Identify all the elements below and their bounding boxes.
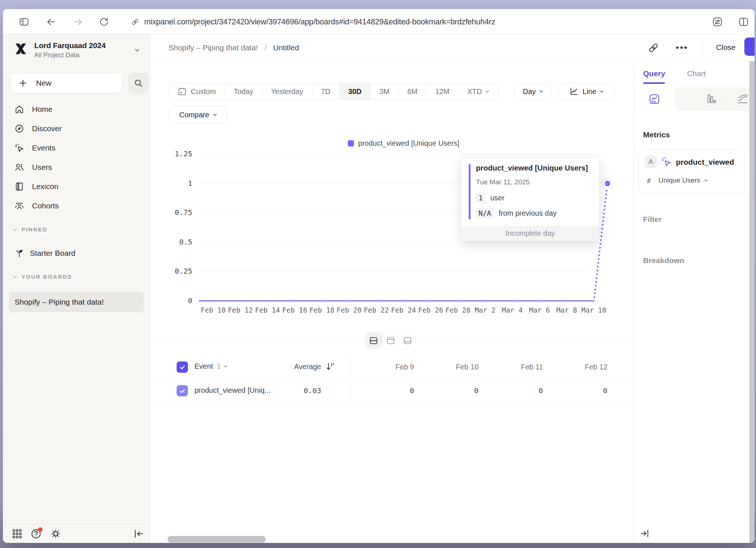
breadcrumb-current[interactable]: Untitled — [273, 43, 299, 52]
browser-window: mixpanel.com/project/3472420/view/397469… — [3, 9, 755, 543]
sidebar-item-label: Users — [32, 163, 52, 172]
sidebar-item-board-shopify[interactable]: Shopify – Piping that data! — [9, 292, 144, 312]
sort-icon[interactable] — [326, 362, 335, 371]
sidebar-item-lexicon[interactable]: Lexicon — [3, 177, 150, 196]
flows-icon[interactable] — [737, 93, 748, 104]
x-axis-tick — [485, 301, 485, 304]
range-yesterday[interactable]: Yesterday — [262, 83, 312, 99]
compare-dropdown[interactable]: Compare — [169, 106, 227, 123]
breakdown-section-label: Breakdown — [643, 256, 684, 265]
breadcrumb-board[interactable]: Shopify – Piping that data! — [169, 43, 258, 52]
date-column-header[interactable]: Feb 9 — [350, 355, 414, 379]
legend-label: product_viewed [Unique Users] — [358, 139, 460, 148]
x-axis-tick — [240, 301, 241, 304]
chart-type-dropdown[interactable]: Line — [558, 83, 615, 100]
range-custom[interactable]: Custom — [169, 83, 225, 99]
range-6m[interactable]: 6M — [398, 83, 426, 99]
viz-insights-tab[interactable] — [634, 87, 675, 110]
funnels-bar-icon[interactable] — [706, 93, 717, 104]
event-count: 1 — [217, 362, 221, 371]
tab-query[interactable]: Query — [643, 69, 665, 78]
sidebar-item-users[interactable]: Users — [3, 157, 150, 177]
range-xtd[interactable]: XTD — [458, 83, 497, 99]
y-axis-label: 0.75 — [161, 208, 192, 217]
search-icon — [134, 78, 143, 88]
range-today[interactable]: Today — [225, 83, 262, 99]
sidebar-item-events[interactable]: Events — [3, 138, 150, 157]
panel-scrollbar-gutter[interactable] — [749, 61, 755, 543]
metric-aggregation-dropdown[interactable]: Unique Users — [658, 176, 707, 184]
chevron-down-icon — [224, 364, 228, 368]
back-icon[interactable] — [46, 17, 56, 27]
tooltip-unit: user — [490, 194, 504, 202]
copy-link-icon[interactable] — [647, 42, 659, 54]
date-column-values: 0000 — [350, 379, 607, 403]
sidebar-item-cohorts[interactable]: Cohorts — [3, 196, 150, 215]
row-checkbox[interactable] — [177, 385, 188, 396]
range-12m[interactable]: 12M — [426, 83, 458, 99]
metric-letter-badge: A — [645, 156, 657, 168]
split-view-icon[interactable] — [739, 17, 749, 27]
calendar-icon — [178, 87, 186, 96]
range-30d[interactable]: 30D — [339, 83, 370, 99]
sidebar-item-starter-board[interactable]: Starter Board — [9, 243, 144, 263]
pinned-section-header[interactable]: PINNED — [14, 226, 47, 232]
metric-card[interactable]: A product_viewed # Unique Users — [638, 149, 745, 193]
your-boards-section-header[interactable]: YOUR BOARDS — [14, 274, 72, 280]
board-label: Starter Board — [30, 249, 75, 258]
layout-chart-only-button[interactable] — [382, 332, 399, 349]
expand-panel-icon[interactable] — [640, 528, 650, 539]
apps-grid-icon[interactable] — [12, 528, 23, 539]
cell-value: 0 — [350, 379, 414, 403]
select-all-checkbox[interactable] — [177, 361, 188, 373]
tab-chart[interactable]: Chart — [687, 69, 706, 78]
sidebar-footer — [3, 524, 150, 543]
event-column-header[interactable]: Event 1 — [194, 362, 227, 371]
more-options-button[interactable]: ••• — [676, 43, 688, 53]
new-button[interactable]: New — [10, 73, 122, 93]
search-button[interactable] — [128, 73, 149, 93]
date-column-header[interactable]: Feb 12 — [543, 355, 607, 379]
close-button[interactable]: Close — [716, 43, 736, 52]
address-bar[interactable]: mixpanel.com/project/3472420/view/397469… — [131, 15, 495, 28]
tooltip-value: 1 — [475, 193, 486, 203]
y-axis-label: 0.25 — [161, 267, 192, 275]
horizontal-scrollbar[interactable] — [168, 536, 266, 543]
help-button[interactable] — [31, 528, 42, 539]
page-settings-icon[interactable] — [712, 17, 722, 27]
browser-sidebar-toggle-icon[interactable] — [19, 17, 29, 27]
tooltip-footer: Incomplete day — [461, 226, 599, 241]
layout-split-button[interactable] — [365, 332, 382, 349]
y-axis-label: 1.25 — [161, 149, 192, 158]
browser-toolbar: mixpanel.com/project/3472420/view/397469… — [3, 9, 755, 35]
date-column-header[interactable]: Feb 11 — [479, 355, 543, 379]
new-button-label: New — [36, 79, 51, 87]
save-button[interactable] — [744, 38, 755, 56]
chevron-down-icon — [540, 89, 543, 93]
workspace-switcher[interactable]: Lord Farquaad 2024 All Project Data — [13, 41, 106, 59]
workspace-chevron-icon[interactable] — [135, 47, 139, 52]
x-axis-tick — [403, 301, 404, 304]
y-axis-label: 0.5 — [161, 238, 192, 246]
filter-section-label: Filter — [643, 215, 662, 224]
sidebar-item-home[interactable]: Home — [3, 99, 150, 119]
report-main: Custom Today Yesterday 7D 30D 3M 6M 12M … — [150, 61, 634, 543]
date-column-header[interactable]: Feb 10 — [414, 355, 479, 379]
range-3m[interactable]: 3M — [370, 83, 398, 99]
reload-icon[interactable] — [99, 17, 109, 27]
layout-table-only-button[interactable] — [399, 332, 416, 349]
settings-gear-icon[interactable] — [50, 528, 61, 539]
forward-icon[interactable] — [73, 17, 83, 27]
sidebar-item-discover[interactable]: Discover — [3, 119, 150, 138]
layout-bottom-icon — [403, 336, 412, 345]
collapse-sidebar-icon[interactable] — [133, 528, 144, 539]
chart-legend[interactable]: product_viewed [Unique Users] — [200, 139, 607, 148]
header-divider — [702, 40, 703, 56]
board-label: Shopify – Piping that data! — [15, 298, 104, 306]
x-axis-tick — [431, 301, 431, 304]
metric-event-name[interactable]: product_viewed — [676, 158, 734, 167]
average-column-header[interactable]: Average — [241, 363, 321, 371]
granularity-dropdown[interactable]: Day — [514, 83, 551, 100]
range-7d[interactable]: 7D — [312, 83, 339, 99]
viz-other-tabs — [675, 87, 749, 110]
